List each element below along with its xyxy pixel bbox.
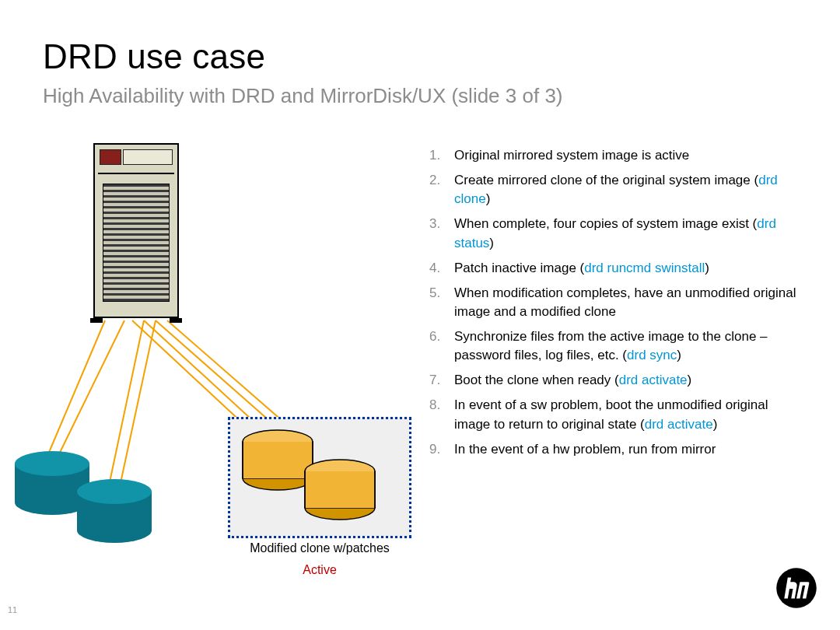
- disk-original-2-icon: [72, 476, 157, 546]
- slide-title: DRD use case: [43, 37, 265, 76]
- step-text-post: ): [677, 348, 681, 362]
- step-text: When modification completes, have an unm…: [454, 285, 796, 319]
- svg-line-1: [55, 320, 124, 462]
- step-item: When modification completes, have an unm…: [429, 284, 803, 321]
- disk-clone-2-icon: [300, 457, 380, 523]
- step-text: In the event of a hw problem, run from m…: [454, 442, 716, 457]
- hp-logo-icon: [775, 566, 818, 613]
- step-item: Synchronize files from the active image …: [429, 327, 803, 365]
- page-number: 11: [8, 605, 17, 614]
- step-command: drd activate: [619, 373, 688, 387]
- step-item: In event of a sw problem, boot the unmod…: [429, 396, 803, 433]
- step-text: Boot the clone when ready (: [454, 373, 619, 387]
- svg-line-0: [44, 320, 105, 465]
- step-text: Synchronize files from the active image …: [454, 329, 768, 362]
- step-text-post: ): [713, 417, 718, 432]
- step-command: drd runcmd swinstall: [584, 261, 705, 275]
- step-text: When complete, four copies of system ima…: [454, 216, 757, 231]
- svg-line-3: [119, 320, 156, 490]
- step-text: Patch inactive image (: [454, 261, 584, 275]
- active-label: Active: [228, 563, 411, 577]
- step-item: Original mirrored system image is active: [429, 146, 803, 165]
- step-text-post: ): [489, 236, 494, 250]
- svg-line-2: [107, 320, 144, 493]
- diagram-area: Modified clone w/patches Active: [23, 140, 428, 591]
- step-text: In event of a sw problem, boot the unmod…: [454, 397, 768, 431]
- step-item: In the event of a hw problem, run from m…: [429, 440, 803, 459]
- step-command: drd sync: [627, 348, 677, 362]
- step-command: drd activate: [645, 417, 713, 432]
- step-item: Create mirrored clone of the original sy…: [429, 171, 803, 208]
- step-item: Patch inactive image (drd runcmd swinsta…: [429, 259, 803, 278]
- step-text-post: ): [705, 261, 709, 275]
- server-icon: [93, 143, 179, 318]
- step-item: When complete, four copies of system ima…: [429, 215, 803, 252]
- step-text-post: ): [688, 373, 692, 387]
- steps-list: Original mirrored system image is active…: [429, 146, 803, 465]
- step-text: Create mirrored clone of the original sy…: [454, 173, 758, 187]
- clone-box-label: Modified clone w/patches: [228, 541, 411, 555]
- step-text-post: ): [486, 191, 491, 206]
- svg-rect-23: [306, 471, 374, 508]
- svg-point-10: [15, 451, 89, 476]
- slide-subtitle: High Availability with DRD and MirrorDis…: [43, 84, 563, 108]
- step-text: Original mirrored system image is active: [454, 148, 689, 163]
- svg-point-13: [77, 479, 152, 504]
- step-item: Boot the clone when ready (drd activate): [429, 371, 803, 390]
